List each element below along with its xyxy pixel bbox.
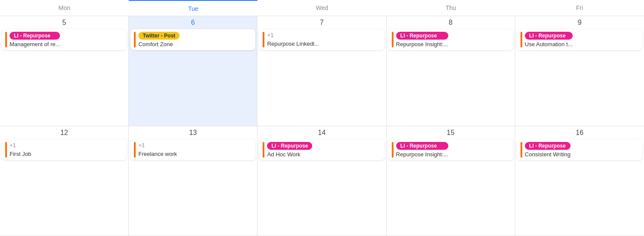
event-bar: [392, 32, 394, 47]
event-bar: [134, 32, 136, 47]
event-content: LI - RepurposeRepurpose Insight:...: [396, 142, 448, 158]
event-item[interactable]: LI - RepurposeUse Automation t...: [517, 29, 642, 50]
event-bar: [5, 32, 7, 47]
event-item[interactable]: LI - RepurposeRepurpose Insight:...: [388, 139, 513, 160]
event-title: Use Automation t...: [525, 41, 573, 47]
day-header-mon: Mon: [0, 0, 129, 16]
day-cell-7: 7+1Repurpose Linkedl...: [257, 16, 386, 126]
event-title: First Job: [10, 151, 31, 157]
event-bar: [392, 142, 394, 158]
day-number: 9: [517, 19, 642, 27]
event-badge: LI - Repurpose: [525, 32, 573, 40]
day-cell-16: 16LI - RepurposeConsistent Writing: [515, 126, 644, 236]
event-badge: LI - Repurpose: [396, 142, 448, 150]
event-bar: [263, 32, 264, 47]
day-number: 15: [388, 129, 513, 137]
event-badge: LI - Repurpose: [396, 32, 448, 40]
event-item[interactable]: LI - RepurposeRepurpose Insight:...: [388, 29, 513, 50]
event-title: Freelance work: [138, 151, 177, 157]
event-title: Repurpose Linkedl...: [267, 40, 319, 47]
event-content: LI - RepurposeUse Automation t...: [525, 32, 573, 47]
day-cell-12: 12+1First Job: [0, 126, 129, 236]
week-row-0: 5LI - RepurposeManagement of re...6Twitt…: [0, 16, 644, 126]
weeks-container: 5LI - RepurposeManagement of re...6Twitt…: [0, 16, 644, 236]
day-number: 13: [130, 129, 255, 137]
event-badge: LI - Repurpose: [525, 142, 571, 150]
day-cell-9: 9LI - RepurposeUse Automation t...: [515, 16, 644, 126]
day-cell-8: 8LI - RepurposeRepurpose Insight:...: [387, 16, 515, 126]
day-header-tue: Tue: [129, 0, 257, 16]
event-item[interactable]: +1First Job: [2, 139, 127, 160]
day-cell-13: 13+1Freelance work: [129, 126, 257, 236]
event-title: Management of re...: [10, 41, 60, 47]
event-plus: +1: [10, 142, 31, 148]
day-header-thu: Thu: [387, 0, 515, 16]
day-cell-15: 15LI - RepurposeRepurpose Insight:...: [387, 126, 515, 236]
event-title: Comfort Zone: [138, 41, 180, 47]
event-item[interactable]: LI - RepurposeConsistent Writing: [517, 139, 642, 160]
day-cell-6: 6Twitter - PostComfort Zone: [129, 16, 257, 126]
event-title: Repurpose Insight:...: [396, 151, 448, 158]
event-item[interactable]: LI - RepurposeManagement of re...: [2, 29, 127, 50]
event-item[interactable]: +1Repurpose Linkedl...: [259, 29, 384, 50]
event-title: Repurpose Insight:...: [396, 41, 448, 47]
event-bar: [134, 142, 136, 158]
day-cell-14: 14LI - RepurposeAd Hoc Work: [257, 126, 386, 236]
event-content: LI - RepurposeManagement of re...: [10, 32, 60, 47]
day-cell-5: 5LI - RepurposeManagement of re...: [0, 16, 129, 126]
calendar: MonTueWedThuFri 5LI - RepurposeManagemen…: [0, 0, 644, 236]
event-content: LI - RepurposeRepurpose Insight:...: [396, 32, 448, 47]
event-title: Consistent Writing: [525, 151, 571, 158]
day-number: 8: [388, 19, 513, 27]
event-content: +1Freelance work: [138, 142, 177, 157]
event-plus: +1: [138, 142, 177, 148]
event-content: LI - RepurposeAd Hoc Work: [267, 142, 312, 158]
event-content: +1Repurpose Linkedl...: [267, 32, 319, 47]
event-bar: [5, 142, 7, 158]
day-number: 7: [259, 19, 384, 27]
event-title: Ad Hoc Work: [267, 151, 312, 158]
event-item[interactable]: +1Freelance work: [130, 139, 255, 160]
calendar-header: MonTueWedThuFri: [0, 0, 644, 16]
day-number: 14: [259, 129, 384, 137]
event-item[interactable]: Twitter - PostComfort Zone: [130, 29, 255, 50]
week-row-1: 12+1First Job13+1Freelance work14LI - Re…: [0, 126, 644, 236]
event-bar: [263, 142, 264, 158]
event-content: LI - RepurposeConsistent Writing: [525, 142, 571, 158]
event-bar: [521, 32, 522, 47]
event-plus: +1: [267, 32, 319, 38]
day-number: 16: [517, 129, 642, 137]
day-header-wed: Wed: [257, 0, 386, 16]
day-header-fri: Fri: [515, 0, 644, 16]
event-badge: LI - Repurpose: [10, 32, 60, 40]
event-item[interactable]: LI - RepurposeAd Hoc Work: [259, 139, 384, 160]
day-number: 5: [2, 19, 127, 27]
day-number: 12: [2, 129, 127, 137]
event-badge: LI - Repurpose: [267, 142, 312, 150]
day-number: 6: [130, 19, 255, 27]
event-content: Twitter - PostComfort Zone: [138, 32, 180, 47]
event-bar: [521, 142, 522, 158]
event-content: +1First Job: [10, 142, 31, 157]
event-badge: Twitter - Post: [138, 32, 180, 40]
